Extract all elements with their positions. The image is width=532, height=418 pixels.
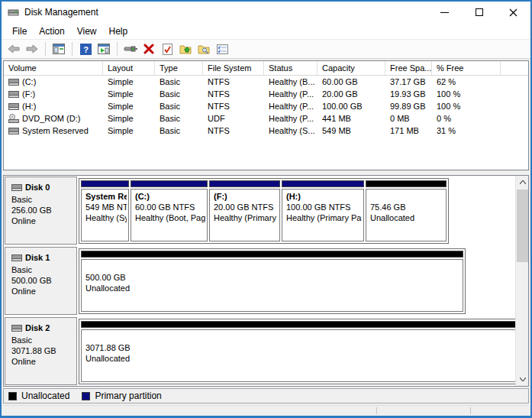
disk-row-2: Disk 2 Basic 3071.88 GB Online 3071.88 G…: [4, 316, 515, 386]
disk-name: Disk 0: [25, 183, 50, 192]
partition-system-reserved[interactable]: System Reserved 549 MB NTFS Healthy (Sys…: [81, 180, 129, 241]
status-separator: [470, 407, 471, 414]
scroll-up-icon[interactable]: [516, 176, 529, 189]
disk-management-window: Disk Management File Action View Help ?: [0, 0, 532, 418]
table-row[interactable]: System Reserved Simple Basic NTFS Health…: [4, 125, 528, 137]
table-row[interactable]: (C:) Simple Basic NTFS Healthy (B... 60.…: [4, 76, 528, 88]
primary-partition-bar: [131, 180, 208, 187]
close-button[interactable]: [496, 2, 530, 23]
vertical-scrollbar[interactable]: [515, 176, 528, 386]
unallocated-bar: [366, 180, 447, 187]
partition-title: [370, 192, 444, 202]
type-cell: Basic: [155, 89, 203, 99]
drive-icon: [8, 128, 19, 134]
minimize-icon: [440, 12, 449, 13]
disk-row-0: Disk 0 Basic 256.00 GB Online System Res…: [4, 176, 515, 246]
column-header-free-space[interactable]: Free Spa...: [385, 61, 432, 75]
disk-icon: [11, 184, 22, 191]
table-row[interactable]: (F:) Simple Basic NTFS Healthy (P... 20.…: [4, 88, 528, 100]
partition-size: 75.46 GB: [370, 202, 444, 212]
partition-unallocated[interactable]: 500.00 GB Unallocated: [81, 251, 463, 312]
open-folder-icon[interactable]: [178, 41, 193, 57]
column-header-capacity[interactable]: Capacity: [318, 61, 385, 75]
file-system-cell: NTFS: [203, 89, 264, 99]
disk-area: Disk 0 Basic 256.00 GB Online System Res…: [4, 176, 515, 386]
minimize-button[interactable]: [427, 2, 462, 23]
menu-view[interactable]: View: [71, 24, 103, 38]
table-header: Volume Layout Type File System Status Ca…: [4, 61, 528, 76]
toolbar: ?: [2, 39, 530, 59]
table-row[interactable]: (H:) Simple Basic NTFS Healthy (P... 100…: [4, 100, 528, 112]
menu-file[interactable]: File: [6, 24, 33, 38]
free-space-cell: 99.89 GB: [385, 102, 432, 111]
back-icon[interactable]: [6, 41, 21, 57]
partition-size: 100.00 GB NTFS: [286, 202, 362, 212]
status-cell: Healthy (P...: [264, 102, 318, 111]
pct-free-cell: 31 %: [432, 126, 501, 135]
file-system-cell: NTFS: [203, 126, 264, 135]
maximize-button[interactable]: [462, 2, 496, 23]
partition-unallocated[interactable]: 3071.88 GB Unallocated: [81, 321, 515, 382]
partition-title: (F:): [214, 192, 278, 202]
partition-status: Healthy (Primary Partition): [286, 212, 362, 223]
disk1-label-panel[interactable]: Disk 1 Basic 500.00 GB Online: [5, 247, 77, 315]
column-header-volume[interactable]: Volume: [4, 61, 103, 75]
type-cell: Basic: [155, 77, 203, 86]
free-space-cell: 37.17 GB: [385, 77, 432, 86]
unallocated-bar: [81, 321, 515, 328]
file-system-cell: NTFS: [203, 77, 264, 86]
mark-partition-icon[interactable]: [160, 41, 175, 57]
scrollbar-thumb[interactable]: [517, 190, 528, 262]
toolbar-separator: [45, 42, 46, 56]
delete-volume-icon[interactable]: [141, 41, 156, 57]
toolbar-separator: [72, 42, 73, 56]
status-separator: [376, 407, 377, 414]
partition-h[interactable]: (H:) 100.00 GB NTFS Healthy (Primary Par…: [282, 180, 364, 241]
partition-status: Healthy (System, Active, Primary Partiti…: [85, 212, 127, 223]
menu-action[interactable]: Action: [33, 24, 70, 38]
primary-partition-bar: [209, 180, 280, 187]
file-system-cell: UDF: [203, 114, 264, 123]
column-header-file-system[interactable]: File System: [203, 61, 264, 75]
disk2-label-panel[interactable]: Disk 2 Basic 3071.88 GB Online: [5, 317, 77, 385]
status-cell: Healthy (P...: [264, 89, 318, 99]
drive-icon: [8, 91, 19, 98]
drive-icon: [8, 103, 19, 110]
drive-icon: [8, 79, 19, 86]
explore-icon[interactable]: [196, 41, 211, 57]
disk-state: Online: [11, 215, 75, 226]
column-header-layout[interactable]: Layout: [103, 61, 155, 75]
console-tree-icon[interactable]: [51, 41, 66, 57]
help-icon[interactable]: ?: [78, 41, 93, 57]
disk-type: Basic: [11, 335, 75, 345]
action-pane-icon[interactable]: [96, 41, 111, 57]
partition-status: Unallocated: [85, 283, 461, 293]
partition-size: 20.00 GB NTFS: [214, 202, 278, 212]
file-system-cell: NTFS: [203, 102, 264, 111]
disk-size: 256.00 GB: [11, 205, 75, 215]
menu-help[interactable]: Help: [103, 24, 134, 38]
partition-unallocated[interactable]: 75.46 GB Unallocated: [366, 180, 447, 241]
column-header-type[interactable]: Type: [155, 61, 203, 75]
disk-name: Disk 2: [25, 323, 50, 332]
column-header-pct-free[interactable]: % Free: [432, 61, 501, 75]
pct-free-cell: 0 %: [432, 114, 501, 123]
primary-partition-bar: [81, 180, 129, 187]
disk0-label-panel[interactable]: Disk 0 Basic 256.00 GB Online: [5, 177, 77, 245]
scroll-down-icon[interactable]: [516, 373, 529, 386]
volume-name: (F:): [22, 89, 35, 99]
primary-partition-bar: [282, 180, 364, 187]
column-header-status[interactable]: Status: [264, 61, 318, 75]
forward-icon[interactable]: [24, 41, 40, 57]
partition-f[interactable]: (F:) 20.00 GB NTFS Healthy (Primary Part…: [209, 180, 280, 241]
disk-state: Online: [11, 356, 75, 367]
properties-icon[interactable]: [214, 41, 230, 57]
disk-state: Online: [11, 286, 75, 296]
capacity-cell: 60.00 GB: [318, 77, 385, 86]
table-row[interactable]: DVD_ROM (D:) Simple Basic UDF Healthy (P…: [4, 112, 528, 125]
free-space-cell: 19.93 GB: [385, 89, 432, 99]
volume-name: (H:): [22, 102, 36, 111]
app-icon: [8, 7, 20, 18]
partition-c[interactable]: (C:) 60.00 GB NTFS Healthy (Boot, Page F…: [131, 180, 208, 241]
tools-icon[interactable]: [123, 41, 138, 57]
